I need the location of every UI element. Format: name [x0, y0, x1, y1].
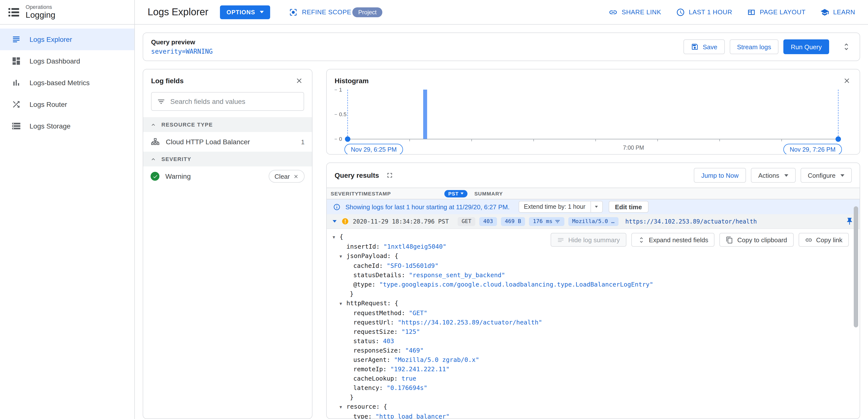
- chevron-down-icon: [840, 174, 844, 177]
- section-title: SEVERITY: [161, 156, 191, 162]
- results-scrollbar-thumb[interactable]: [854, 206, 858, 327]
- load-balancer-icon: [151, 137, 160, 147]
- last-1-hour-button[interactable]: LAST 1 HOUR: [676, 8, 732, 17]
- unfold-icon: [842, 42, 851, 51]
- y-tick-label: 1: [335, 87, 342, 93]
- fullscreen-button[interactable]: [385, 170, 395, 180]
- severity-warning-row[interactable]: Warning Clear: [143, 167, 312, 186]
- chevron-up-icon: [150, 156, 156, 162]
- column-severity: SEVERITY: [331, 190, 358, 197]
- resource-type-section-header[interactable]: RESOURCE TYPE: [143, 117, 312, 132]
- log-fields-search-input[interactable]: [170, 97, 298, 106]
- actions-button[interactable]: Actions: [751, 168, 796, 183]
- row-expand-chevron-icon[interactable]: [333, 220, 337, 222]
- sidebar-item-logs-dashboard[interactable]: Logs Dashboard: [0, 50, 134, 72]
- expand-nested-fields-button[interactable]: Expand nested fields: [631, 233, 714, 247]
- user-agent-chip: Mozilla/5.0 …: [568, 217, 618, 226]
- save-label: Save: [703, 43, 717, 51]
- share-link-button[interactable]: SHARE LINK: [609, 8, 661, 17]
- expand-collapse-button[interactable]: [841, 41, 852, 52]
- size-chip: 469 B: [501, 217, 525, 226]
- sidebar-item-logs-based-metrics[interactable]: Logs-based Metrics: [0, 72, 134, 94]
- json-line: status: 403: [327, 336, 860, 346]
- run-query-button[interactable]: Run Query: [783, 39, 829, 54]
- query-preview-text[interactable]: severity=WARNING: [151, 48, 213, 55]
- jump-to-now-button[interactable]: Jump to Now: [694, 168, 746, 183]
- collapse-toggle-icon[interactable]: ▾: [340, 299, 346, 308]
- resource-type-row[interactable]: Cloud HTTP Load Balancer 1: [143, 132, 312, 152]
- close-icon: [293, 174, 299, 179]
- range-end-handle[interactable]: [836, 137, 841, 142]
- copy-to-clipboard-button[interactable]: Copy to clipboard: [720, 233, 794, 247]
- page-layout-button[interactable]: PAGE LAYOUT: [747, 8, 806, 17]
- json-line: @type: "type.googleapis.com/google.cloud…: [327, 280, 860, 289]
- options-button[interactable]: OPTIONS: [220, 5, 270, 19]
- right-column: Histogram 1 0.5 0: [326, 69, 860, 419]
- configure-button[interactable]: Configure: [800, 168, 852, 183]
- severity-section-header[interactable]: SEVERITY: [143, 152, 312, 167]
- range-end-line: [838, 90, 838, 139]
- top-link-label: LEARN: [833, 8, 855, 16]
- run-query-label: Run Query: [791, 43, 822, 51]
- y-tick-label: 0: [335, 136, 342, 142]
- chip-label: 469 B: [505, 218, 521, 225]
- resource-type-label: Cloud HTTP Load Balancer: [166, 138, 250, 146]
- actions-label: Actions: [758, 172, 779, 179]
- sidebar-item-logs-explorer[interactable]: Logs Explorer: [0, 29, 134, 50]
- stream-logs-button[interactable]: Stream logs: [730, 39, 779, 54]
- range-start-pill[interactable]: Nov 29, 6:25 PM: [344, 144, 403, 155]
- extend-time-dropdown[interactable]: [590, 201, 602, 212]
- json-value: "SFO-1d5601d9": [386, 262, 438, 269]
- learn-button[interactable]: LEARN: [820, 8, 855, 17]
- save-button[interactable]: Save: [683, 39, 724, 54]
- school-icon: [820, 8, 829, 17]
- x-tick-label: 7:00 PM: [623, 145, 644, 151]
- copy-link-button[interactable]: Copy link: [798, 233, 849, 247]
- json-value: "http_load_balancer": [375, 413, 450, 419]
- close-log-fields-button[interactable]: [294, 76, 304, 86]
- sidebar-item-label: Logs Router: [30, 100, 67, 108]
- notes-icon: [557, 236, 564, 243]
- chevron-up-icon: [150, 121, 156, 128]
- sidebar-item-label: Logs Dashboard: [30, 57, 80, 65]
- json-value: "469": [405, 347, 424, 354]
- range-end-pill[interactable]: Nov 29, 7:26 PM: [783, 144, 842, 155]
- edit-time-button[interactable]: Edit time: [609, 201, 648, 213]
- clear-severity-button[interactable]: Clear: [269, 170, 305, 183]
- check-circle-icon: [151, 172, 159, 181]
- page-title: Logs Explorer: [148, 6, 208, 18]
- json-line: }: [327, 392, 860, 402]
- query-preview-title: Query preview: [151, 38, 213, 46]
- close-histogram-button[interactable]: [842, 76, 852, 86]
- panels-row: Log fields: [143, 69, 860, 419]
- collapse-toggle-icon[interactable]: ▾: [333, 232, 340, 242]
- sidebar-item-label: Logs Storage: [30, 122, 71, 130]
- range-start-handle[interactable]: [345, 137, 350, 142]
- collapse-toggle-icon[interactable]: ▾: [340, 251, 346, 261]
- json-key: httpRequest:: [346, 299, 395, 307]
- histogram-title: Histogram: [335, 77, 369, 85]
- json-key: requestSize:: [353, 328, 402, 335]
- extend-time-button[interactable]: Extend time by: 1 hour: [519, 201, 590, 212]
- histogram-bar[interactable]: [423, 90, 427, 139]
- pin-log-button[interactable]: [844, 216, 855, 227]
- refine-scope-button[interactable]: REFINE SCOPE: [288, 8, 351, 17]
- collapse-toggle-icon[interactable]: ▾: [340, 402, 346, 412]
- unfold-icon: [638, 236, 645, 243]
- link-icon: [805, 236, 812, 243]
- refine-scope-label: REFINE SCOPE: [302, 8, 351, 16]
- sidebar: Operations Logging Logs Explorer Logs Da…: [0, 0, 135, 419]
- fullscreen-icon: [386, 171, 394, 179]
- sidebar-item-logs-router[interactable]: Logs Router: [0, 94, 134, 115]
- logging-logo-icon: [7, 6, 20, 19]
- json-punctuation: {: [340, 233, 343, 240]
- json-punctuation: {: [395, 252, 398, 260]
- json-key: latency:: [353, 384, 386, 391]
- histogram-chart: 1 0.5 0 Nov 29, 6:25 PM 7:00 PM: [335, 90, 852, 152]
- log-entry-summary-row[interactable]: 2020-11-29 18:34:28.796 PST GET 403 469 …: [327, 214, 860, 229]
- banner-message: Showing logs for last 1 hour starting at…: [345, 203, 509, 210]
- json-value: "1nxtl48geig5040": [383, 243, 446, 250]
- timezone-selector[interactable]: PST: [444, 190, 467, 197]
- sidebar-item-logs-storage[interactable]: Logs Storage: [0, 115, 134, 137]
- query-results-panel: Query results Jump to Now Actions: [326, 162, 860, 419]
